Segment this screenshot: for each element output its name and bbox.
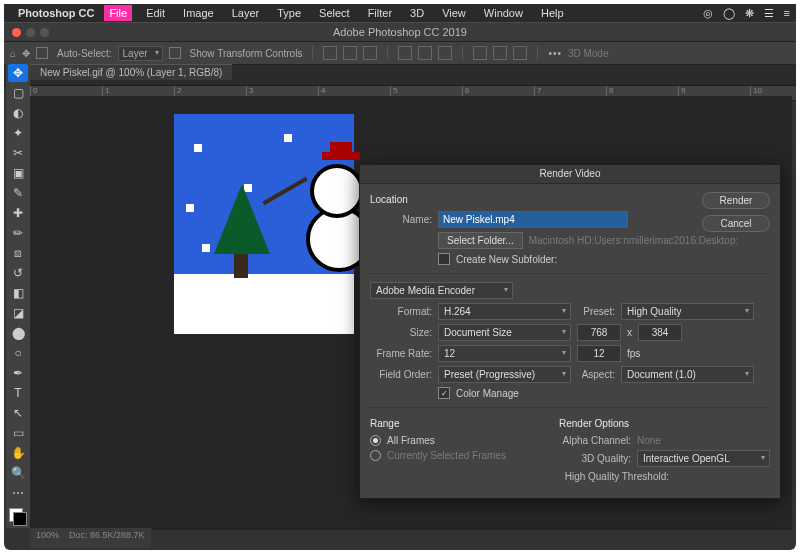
tray-icon[interactable]: ◯ [723,7,735,20]
preset-dropdown[interactable]: High Quality [621,303,754,320]
preset-label: Preset: [577,306,615,317]
doc-size: Doc: 86.5K/288.7K [69,530,145,540]
menu-window[interactable]: Window [480,6,527,20]
width-input[interactable]: 768 [577,324,621,341]
select-folder-button[interactable]: Select Folder... [438,232,523,249]
menu-type[interactable]: Type [273,6,305,20]
render-options-label: Render Options [559,418,770,429]
quality3d-dropdown[interactable]: Interactive OpenGL [637,450,770,467]
range-section-label: Range [370,418,539,429]
lasso-tool[interactable]: ◐ [8,104,28,122]
transform-checkbox[interactable] [169,47,181,59]
align-icon[interactable] [363,46,377,60]
wand-tool[interactable]: ✦ [8,124,28,142]
align-icon[interactable] [343,46,357,60]
color-manage-checkbox[interactable] [438,387,450,399]
mode-3d-label: 3D Mode [568,48,609,59]
dodge-tool[interactable]: ○ [8,344,28,362]
eyedropper-tool[interactable]: ✎ [8,184,28,202]
menu-help[interactable]: Help [537,6,568,20]
path-tool[interactable]: ↖ [8,404,28,422]
distribute-icon[interactable] [473,46,487,60]
tray-icon[interactable]: ❋ [745,7,754,20]
size-label: Size: [370,327,432,338]
menu-layer[interactable]: Layer [228,6,264,20]
cancel-button[interactable]: Cancel [702,215,770,232]
alpha-value: None [637,435,661,446]
brush-tool[interactable]: ✏ [8,224,28,242]
distribute-icon[interactable] [493,46,507,60]
distribute-icon[interactable] [398,46,412,60]
app-name[interactable]: Photoshop CC [18,7,94,19]
blur-tool[interactable]: ⬤ [8,324,28,342]
hq-threshold-label: High Quality Threshold: [559,471,669,482]
menu-3d[interactable]: 3D [406,6,428,20]
folder-path: Macintosh HD:Users:nmillerimac2016:Deskt… [529,235,739,246]
fieldorder-dropdown[interactable]: Preset (Progressive) [438,366,571,383]
color-manage-label: Color Manage [456,388,519,399]
tray-icon[interactable]: ☰ [764,7,774,20]
zoom-tool[interactable]: 🔍 [8,464,28,482]
gradient-tool[interactable]: ◪ [8,304,28,322]
create-subfolder-label: Create New Subfolder: [456,254,557,265]
tools-panel: ✥ ▢ ◐ ✦ ✂ ▣ ✎ ✚ ✏ ⧇ ↺ ◧ ◪ ⬤ ○ ✒ T ↖ ▭ ✋ … [6,62,30,528]
crop-tool[interactable]: ✂ [8,144,28,162]
hand-tool[interactable]: ✋ [8,444,28,462]
encoder-dropdown[interactable]: Adobe Media Encoder [370,282,513,299]
format-dropdown[interactable]: H.264 [438,303,571,320]
distribute-icon[interactable] [438,46,452,60]
distribute-icon[interactable] [418,46,432,60]
heal-tool[interactable]: ✚ [8,204,28,222]
align-icon[interactable] [323,46,337,60]
type-tool[interactable]: T [8,384,28,402]
tray-icon[interactable]: ≡ [784,7,790,20]
home-icon[interactable]: ⌂ [10,48,16,59]
size-dropdown[interactable]: Document Size [438,324,571,341]
options-bar: ⌂ ✥ Auto-Select: Layer Show Transform Co… [4,42,796,65]
all-frames-radio[interactable] [370,435,381,446]
more-options-icon[interactable]: ••• [548,48,562,59]
aspect-dropdown[interactable]: Document (1.0) [621,366,754,383]
marquee-tool[interactable]: ▢ [8,84,28,102]
distribute-icon[interactable] [513,46,527,60]
eraser-tool[interactable]: ◧ [8,284,28,302]
history-brush-tool[interactable]: ↺ [8,264,28,282]
edit-toolbar[interactable]: ⋯ [8,484,28,502]
menu-image[interactable]: Image [179,6,218,20]
auto-select-checkbox[interactable] [36,47,48,59]
document-canvas[interactable] [174,114,354,334]
move-tool[interactable]: ✥ [8,64,28,82]
render-video-dialog: Render Video Render Cancel Location Name… [359,164,781,499]
move-tool-icon: ✥ [22,48,30,59]
tray-icon[interactable]: ◎ [703,7,713,20]
dialog-title: Render Video [360,165,780,184]
dimension-x: x [627,327,632,338]
all-frames-label: All Frames [387,435,435,446]
auto-select-label: Auto-Select: [57,48,111,59]
framerate-dropdown[interactable]: 12 [438,345,571,362]
quality3d-label: 3D Quality: [559,453,631,464]
menu-filter[interactable]: Filter [364,6,396,20]
menu-edit[interactable]: Edit [142,6,169,20]
pen-tool[interactable]: ✒ [8,364,28,382]
menu-select[interactable]: Select [315,6,354,20]
document-tabs: New Piskel.gif @ 100% (Layer 1, RGB/8) [4,65,796,86]
auto-select-dropdown[interactable]: Layer [118,46,163,61]
color-swatches[interactable] [9,508,27,526]
shape-tool[interactable]: ▭ [8,424,28,442]
alpha-label: Alpha Channel: [559,435,631,446]
menu-view[interactable]: View [438,6,470,20]
framerate-input[interactable]: 12 [577,345,621,362]
height-input[interactable]: 384 [638,324,682,341]
document-tab[interactable]: New Piskel.gif @ 100% (Layer 1, RGB/8) [30,64,232,80]
create-subfolder-checkbox[interactable] [438,253,450,265]
window-titlebar: Adobe Photoshop CC 2019 [4,22,796,42]
name-input[interactable]: New Piskel.mp4 [438,211,628,228]
render-button[interactable]: Render [702,192,770,209]
transform-label: Show Transform Controls [190,48,303,59]
frame-tool[interactable]: ▣ [8,164,28,182]
zoom-level[interactable]: 100% [36,530,59,540]
stamp-tool[interactable]: ⧇ [8,244,28,262]
menu-file[interactable]: File [104,5,132,21]
format-label: Format: [370,306,432,317]
